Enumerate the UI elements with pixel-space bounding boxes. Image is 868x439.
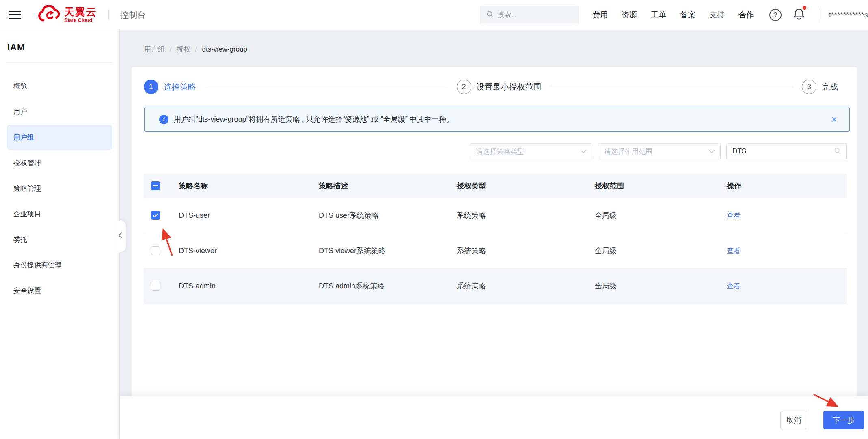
column-policy-name: 策略名称 [179,181,319,191]
nav-item-filing[interactable]: 备案 [680,10,695,20]
breadcrumb: 用户组 / 授权 / dts-view-group [144,45,247,54]
row-checkbox-dts-viewer[interactable] [151,246,160,255]
hamburger-menu-icon[interactable] [9,11,21,19]
info-banner-text: 用户组"dts-view-group"将拥有所选策略 , 只允许选择“资源池” … [174,114,829,124]
view-link-dts-viewer[interactable]: 查看 [727,247,741,255]
cancel-button[interactable]: 取消 [780,411,807,429]
info-icon: i [159,115,168,124]
header-divider-2 [820,8,820,22]
global-search-input[interactable]: 搜索... [480,6,579,24]
table-row: DTS-admin DTS admin系统策略 系统策略 全局级 查看 [144,269,847,304]
nav-item-billing[interactable]: 费用 [592,10,608,20]
column-auth-scope: 授权范围 [595,181,727,191]
filter-bar: 请选择策略类型 请选择作用范围 DTS [132,143,847,159]
table-row: DTS-user DTS user系统策略 系统策略 全局级 查看 [144,198,847,233]
sidebar-collapse-handle[interactable] [114,220,126,252]
sidebar-item-user-groups[interactable]: 用户组 [7,125,112,150]
column-auth-type: 授权类型 [457,181,595,191]
header-divider [108,9,109,21]
step-indicator: 1 选择策略 2 设置最小授权范围 3 完成 [132,80,857,94]
sidebar-item-policies[interactable]: 策略管理 [7,176,112,201]
select-all-checkbox[interactable] [151,181,160,190]
main-content: 用户组 / 授权 / dts-view-group 1 选择策略 2 设置最小授… [120,30,868,396]
table-header-row: 策略名称 策略描述 授权类型 授权范围 操作 [144,174,847,198]
view-link-dts-admin[interactable]: 查看 [727,282,741,290]
breadcrumb-authorize[interactable]: 授权 [177,45,190,54]
step-3-finish: 3 完成 [802,80,838,94]
row-checkbox-dts-admin[interactable] [151,282,160,291]
top-header: 天翼云 State Cloud 控制台 搜索... 费用 资源 工单 备案 支持… [0,0,868,30]
breadcrumb-separator: / [195,45,197,54]
breadcrumb-user-groups[interactable]: 用户组 [144,45,165,54]
step-connector [551,87,793,87]
close-icon[interactable]: × [829,114,840,125]
breadcrumb-current: dts-view-group [202,45,247,54]
sidebar-item-users[interactable]: 用户 [7,99,112,125]
nav-item-cooperation[interactable]: 合作 [738,10,754,20]
global-search-placeholder: 搜索... [497,10,517,19]
chevron-down-icon [709,148,715,155]
step-connector [205,87,448,87]
notification-badge [803,6,806,10]
nav-item-resources[interactable]: 资源 [622,10,637,20]
step-2-set-scope: 2 设置最小授权范围 [457,80,542,94]
breadcrumb-separator: / [170,45,172,54]
step-1-circle: 1 [144,80,158,94]
next-step-button[interactable]: 下一步 [823,411,864,429]
sidebar-item-overview[interactable]: 概览 [7,73,112,99]
search-icon [486,11,494,19]
policy-table: 策略名称 策略描述 授权类型 授权范围 操作 DTS-user DTS user… [144,174,847,304]
help-icon[interactable]: ? [769,9,782,21]
header-nav: 费用 资源 工单 备案 支持 合作 [592,10,754,20]
step-3-circle: 3 [802,80,816,94]
search-icon [834,147,841,156]
sidebar-item-enterprise-projects[interactable]: 企业项目 [7,201,112,227]
brand-logo[interactable]: 天翼云 State Cloud [37,5,97,25]
column-actions: 操作 [727,181,847,191]
sidebar-title: IAM [7,42,119,53]
scope-select[interactable]: 请选择作用范围 [598,143,721,159]
sidebar: IAM 概览 用户 用户组 授权管理 策略管理 企业项目 委托 身份提供商管理 … [0,30,120,439]
column-policy-desc: 策略描述 [319,181,457,191]
sidebar-item-delegation[interactable]: 委托 [7,227,112,252]
notification-bell-icon[interactable] [793,8,805,22]
sidebar-item-identity-providers[interactable]: 身份提供商管理 [7,252,112,278]
chevron-left-icon [118,232,122,240]
sidebar-item-authorization[interactable]: 授权管理 [7,150,112,176]
row-checkbox-dts-user[interactable] [151,211,160,220]
policy-type-select[interactable]: 请选择策略类型 [470,143,592,159]
brand-name-en: State Cloud [64,18,97,23]
console-title: 控制台 [120,9,146,21]
sidebar-menu: 概览 用户 用户组 授权管理 策略管理 企业项目 委托 身份提供商管理 安全设置 [0,73,119,303]
cloud-logo-icon [37,5,60,25]
policy-search-input[interactable]: DTS [726,143,847,159]
view-link-dts-user[interactable]: 查看 [727,212,741,219]
chevron-down-icon [581,148,586,155]
brand-name-cn: 天翼云 [64,6,97,17]
info-banner: i 用户组"dts-view-group"将拥有所选策略 , 只允许选择“资源池… [144,107,850,132]
sidebar-divider [6,62,113,63]
nav-item-support[interactable]: 支持 [709,10,725,20]
wizard-card: 1 选择策略 2 设置最小授权范围 3 完成 i 用户组"dts-view-gr… [132,67,857,396]
nav-item-tickets[interactable]: 工单 [651,10,666,20]
table-row: DTS-viewer DTS viewer系统策略 系统策略 全局级 查看 [144,233,847,269]
step-1-select-policy: 1 选择策略 [144,80,196,94]
step-2-circle: 2 [457,80,471,94]
sidebar-item-security-settings[interactable]: 安全设置 [7,278,112,303]
account-username[interactable]: t***********s [829,11,868,19]
wizard-footer: 取消 下一步 [120,396,868,439]
